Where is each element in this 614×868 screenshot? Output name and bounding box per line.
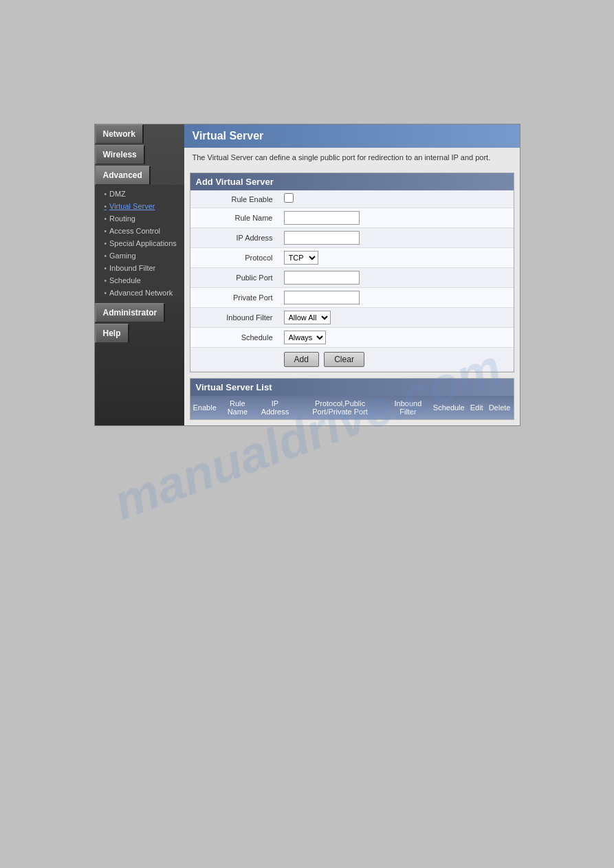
sidebar-item-schedule[interactable]: • Schedule [95,274,184,287]
clear-button[interactable]: Clear [324,352,364,367]
sidebar-item-label-dmz: DMZ [109,190,126,198]
inbound-filter-row: Inbound Filter Allow All Deny All [190,308,514,328]
sidebar-item-label-special-applications: Special Applications [109,239,177,247]
rule-enable-field [280,190,514,208]
sidebar-header-wireless[interactable]: Wireless [95,145,145,164]
sidebar-section-wireless: Wireless [95,145,184,164]
ip-address-field [280,228,514,248]
rule-enable-checkbox[interactable] [284,193,294,203]
ip-address-row: IP Address [190,228,514,248]
col-ip-address: IP Address [256,396,294,419]
schedule-label: Schedule [190,328,280,348]
rule-enable-row: Rule Enable [190,190,514,208]
sidebar-item-dmz[interactable]: • DMZ [95,188,184,200]
page-title-bar: Virtual Server [184,124,520,148]
sidebar-header-help[interactable]: Help [95,324,129,343]
protocol-select[interactable]: TCP UDP Both [284,251,318,265]
page-title: Virtual Server [193,130,264,142]
sidebar-item-advanced-network[interactable]: • Advanced Network [95,287,184,299]
sidebar-item-label-gaming: Gaming [109,252,136,260]
rule-name-input[interactable] [284,211,360,225]
bullet-dmz: • [105,190,107,198]
sidebar-item-label-inbound-filter: Inbound Filter [109,264,155,272]
inbound-filter-field: Allow All Deny All [280,308,514,328]
bullet-schedule: • [105,277,107,285]
button-row: Add Clear [190,348,514,372]
bullet-advanced-network: • [105,289,107,297]
private-port-label: Private Port [190,288,280,308]
sidebar-item-inbound-filter[interactable]: • Inbound Filter [95,262,184,274]
sidebar-item-special-applications[interactable]: • Special Applications [95,237,184,249]
protocol-row: Protocol TCP UDP Both [190,248,514,268]
add-virtual-server-title: Add Virtual Server [190,173,514,190]
sidebar-header-administrator[interactable]: Administrator [95,303,166,322]
sidebar-header-advanced[interactable]: Advanced [95,166,151,185]
protocol-field: TCP UDP Both [280,248,514,268]
page-description: The Virtual Server can define a single p… [184,148,520,167]
private-port-input[interactable] [284,291,360,304]
public-port-label: Public Port [190,268,280,288]
bullet-access-control: • [105,227,107,235]
bullet-special-applications: • [105,240,107,247]
private-port-row: Private Port [190,288,514,308]
col-schedule: Schedule [430,396,468,419]
inbound-filter-label: Inbound Filter [190,308,280,328]
rule-name-field [280,208,514,228]
private-port-field [280,288,514,308]
sidebar-section-network: Network [95,124,184,144]
col-inbound-filter: Inbound Filter [386,396,430,419]
sidebar-item-virtual-server[interactable]: • Virtual Server [95,200,184,212]
add-button[interactable]: Add [284,352,319,367]
col-enable: Enable [190,396,219,419]
sidebar-section-administrator: Administrator [95,303,184,322]
bullet-virtual-server: • [105,203,107,210]
public-port-input[interactable] [284,271,360,285]
col-protocol-ports: Protocol,Public Port/Private Port [294,396,386,419]
sidebar: Network Wireless Advanced • DMZ • Virtua… [95,124,184,425]
sidebar-item-label-routing: Routing [109,214,135,223]
virtual-server-list-table: Enable Rule Name IP Address Protocol,Pub… [190,396,514,419]
schedule-row: Schedule Always Never [190,328,514,348]
bullet-inbound-filter: • [105,265,107,272]
col-rule-name: Rule Name [219,396,256,419]
sidebar-item-label-schedule: Schedule [109,276,141,285]
rule-enable-label: Rule Enable [190,190,280,208]
public-port-row: Public Port [190,268,514,288]
add-virtual-server-section: Add Virtual Server Rule Enable Rule Name [190,173,514,372]
sidebar-header-network[interactable]: Network [95,124,144,144]
add-virtual-server-form: Rule Enable Rule Name IP A [190,190,514,372]
sidebar-item-routing[interactable]: • Routing [95,212,184,225]
sidebar-item-access-control[interactable]: • Access Control [95,225,184,237]
sidebar-section-advanced: Advanced • DMZ • Virtual Server • Routin… [95,166,184,302]
schedule-field: Always Never [280,328,514,348]
col-edit: Edit [468,396,486,419]
virtual-server-list-title: Virtual Server List [190,379,514,396]
sidebar-item-label-access-control: Access Control [109,227,160,235]
list-header-row: Enable Rule Name IP Address Protocol,Pub… [190,396,514,419]
rule-name-row: Rule Name [190,208,514,228]
bullet-gaming: • [105,252,107,260]
sidebar-item-label-advanced-network: Advanced Network [109,289,173,297]
sidebar-menu-advanced: • DMZ • Virtual Server • Routing • Acces… [95,185,184,302]
ip-address-input[interactable] [284,231,360,245]
sidebar-section-help: Help [95,324,184,343]
public-port-field [280,268,514,288]
protocol-label: Protocol [190,248,280,268]
button-spacer [190,348,280,372]
ip-address-label: IP Address [190,228,280,248]
rule-name-label: Rule Name [190,208,280,228]
schedule-select[interactable]: Always Never [284,331,326,344]
bullet-routing: • [105,215,107,223]
inbound-filter-select[interactable]: Allow All Deny All [284,311,331,324]
sidebar-item-gaming[interactable]: • Gaming [95,249,184,262]
virtual-server-list-section: Virtual Server List Enable Rule Name IP … [190,378,514,420]
main-content: Virtual Server The Virtual Server can de… [184,124,520,425]
col-delete: Delete [486,396,514,419]
sidebar-item-label-virtual-server: Virtual Server [109,202,155,210]
button-field: Add Clear [280,348,514,372]
